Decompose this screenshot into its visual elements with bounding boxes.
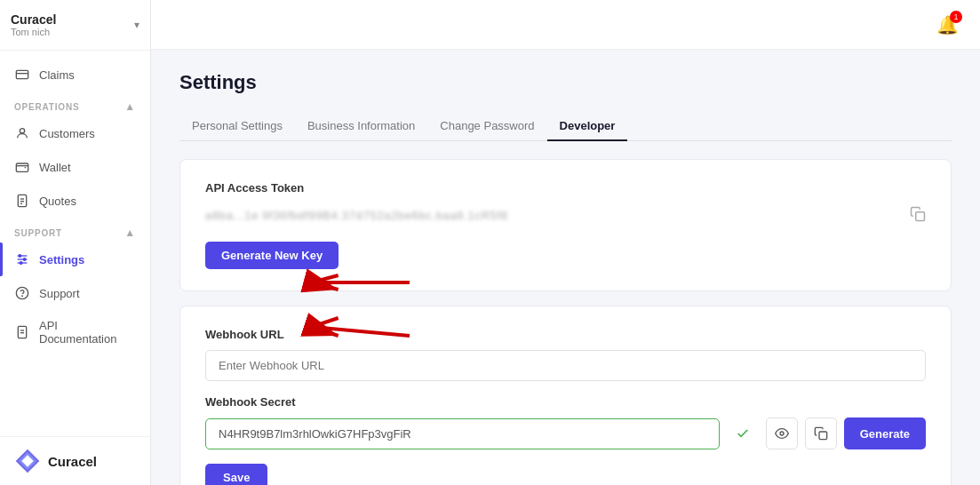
webhook-secret-label: Webhook Secret (205, 395, 926, 409)
page-title: Settings (179, 71, 952, 94)
curacel-logo-text: Curacel (48, 454, 97, 469)
person-icon (14, 125, 30, 141)
svg-rect-22 (916, 211, 925, 220)
generate-new-key-button[interactable]: Generate New Key (205, 242, 339, 269)
sidebar-item-support[interactable]: Support (0, 276, 150, 310)
sidebar-item-customers[interactable]: Customers (0, 116, 150, 150)
sidebar-item-settings-label: Settings (39, 253, 84, 266)
copy-icon[interactable] (910, 206, 926, 226)
webhook-panel: Webhook URL Webhook Secret Generate Save (179, 306, 952, 485)
curacel-logo-icon (14, 448, 41, 474)
main-wrapper: 🔔 1 Settings Personal Settings Business … (151, 0, 980, 485)
tab-business[interactable]: Business Information (295, 112, 427, 141)
notifications-button[interactable]: 🔔 1 (936, 14, 959, 36)
circle-help-icon (14, 285, 30, 301)
section-operations-label: OPERATIONS (14, 102, 79, 112)
svg-point-13 (20, 262, 22, 265)
section-support-label: SUPPORT (14, 228, 62, 238)
svg-point-12 (23, 258, 26, 261)
api-token-panel: API Access Token a8ba...1e 9f36fbdf99B4.… (179, 159, 952, 291)
account-switcher[interactable]: Curacel Tom nich ▾ (0, 0, 150, 51)
credit-card-icon (14, 67, 30, 83)
save-button[interactable]: Save (205, 464, 267, 485)
sidebar-item-settings[interactable]: Settings (0, 242, 150, 276)
api-token-value: a8ba...1e 9f36fbdf99B4.37d752a2be6bc.baa… (205, 203, 901, 227)
svg-point-2 (20, 129, 24, 133)
sidebar-item-claims-label: Claims (39, 68, 75, 82)
eye-icon[interactable] (766, 417, 798, 449)
svg-point-11 (19, 255, 21, 258)
sidebar-item-customers-label: Customers (39, 127, 95, 140)
webhook-secret-input[interactable] (205, 418, 720, 449)
sidebar-item-quotes[interactable]: Quotes (0, 184, 150, 218)
sidebar-item-api-doc-label: API Documentation (39, 319, 136, 346)
sidebar-item-wallet[interactable]: Wallet (0, 150, 150, 184)
webhook-secret-row: Generate (205, 417, 926, 449)
wallet-icon (14, 159, 30, 175)
sidebar-logo: Curacel (0, 436, 150, 485)
sidebar-item-wallet-label: Wallet (39, 161, 71, 174)
account-subtitle: Tom nich (11, 27, 56, 37)
webhook-url-label: Webhook URL (205, 328, 926, 341)
api-token-row: a8ba...1e 9f36fbdf99B4.37d752a2be6bc.baa… (205, 203, 926, 227)
section-support-toggle[interactable]: ▲ (124, 227, 136, 239)
section-operations-toggle[interactable]: ▲ (124, 100, 136, 113)
tab-developer[interactable]: Developer (547, 112, 628, 141)
sliders-icon (14, 251, 30, 267)
sidebar: Curacel Tom nich ▾ Claims OPERATIONS ▲ C… (0, 0, 151, 485)
account-name: Curacel (11, 12, 56, 27)
sidebar-nav: Claims OPERATIONS ▲ Customers Wallet Quo… (0, 51, 150, 436)
generate-secret-button[interactable]: Generate (844, 417, 926, 449)
svg-rect-24 (819, 432, 827, 440)
doc-text-icon (14, 324, 30, 340)
chevron-down-icon: ▾ (134, 19, 139, 31)
svg-rect-3 (16, 163, 28, 171)
webhook-url-input[interactable] (205, 350, 926, 381)
svg-point-15 (22, 296, 23, 297)
sidebar-item-api-documentation[interactable]: API Documentation (0, 310, 150, 354)
section-operations: OPERATIONS ▲ (0, 91, 150, 116)
svg-rect-0 (16, 70, 28, 78)
copy-secret-icon[interactable] (805, 417, 837, 449)
sidebar-item-claims[interactable]: Claims (0, 58, 150, 91)
settings-tabs: Personal Settings Business Information C… (179, 112, 952, 141)
topbar: 🔔 1 (151, 0, 980, 50)
doc-icon (14, 193, 30, 209)
tab-password[interactable]: Change Password (427, 112, 546, 141)
sidebar-item-quotes-label: Quotes (39, 195, 76, 208)
check-icon (727, 417, 759, 449)
notification-badge: 1 (950, 11, 962, 23)
svg-point-23 (780, 432, 784, 435)
sidebar-item-support-label: Support (39, 287, 80, 300)
section-support: SUPPORT ▲ (0, 218, 150, 242)
tab-personal[interactable]: Personal Settings (179, 112, 295, 141)
api-token-label: API Access Token (205, 181, 926, 195)
main-content: Settings Personal Settings Business Info… (151, 50, 980, 485)
